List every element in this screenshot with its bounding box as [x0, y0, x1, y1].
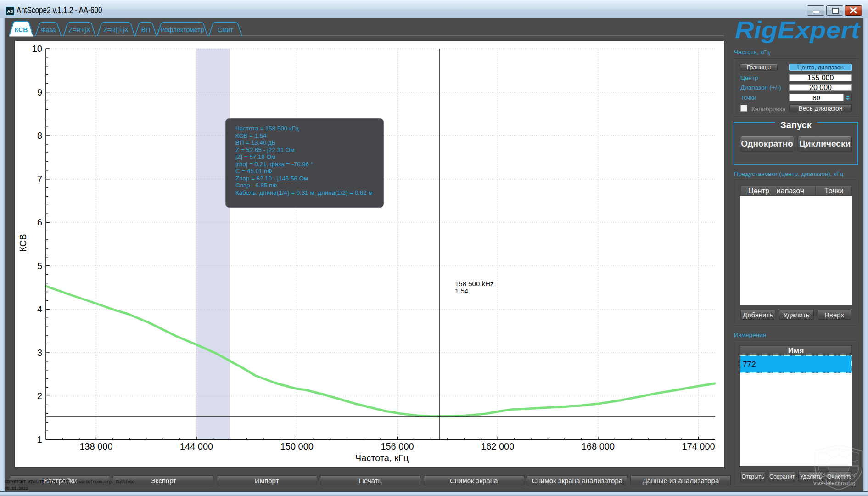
svg-text:144 000: 144 000	[180, 441, 213, 451]
svg-text:138 000: 138 000	[79, 441, 112, 451]
svg-text:1: 1	[37, 434, 42, 445]
svg-text:1.54: 1.54	[455, 287, 468, 295]
svg-text:7: 7	[37, 174, 42, 184]
svg-text:ВП: ВП	[141, 26, 150, 34]
svg-text:168 000: 168 000	[582, 441, 615, 451]
svg-text:Фаза: Фаза	[41, 26, 56, 34]
svg-text:8: 8	[37, 130, 42, 141]
svg-text:10: 10	[32, 44, 42, 54]
svg-text:6: 6	[37, 217, 42, 227]
svg-text:КСВ: КСВ	[18, 234, 28, 252]
svg-text:162 000: 162 000	[481, 441, 514, 451]
svg-text:9: 9	[37, 87, 42, 97]
svg-text:RigExpert: RigExpert	[735, 19, 861, 43]
svg-text:174 000: 174 000	[682, 441, 715, 451]
svg-text:Z=R||+jX: Z=R||+jX	[103, 26, 129, 34]
svg-text:КСВ: КСВ	[15, 26, 28, 34]
svg-text:2: 2	[37, 391, 42, 401]
svg-text:Частота, кГц: Частота, кГц	[355, 453, 409, 463]
svg-text:150 000: 150 000	[280, 441, 314, 451]
svg-text:Рефлектометр: Рефлектометр	[160, 26, 204, 34]
svg-text:4: 4	[37, 304, 42, 314]
svg-text:Z=R+jX: Z=R+jX	[68, 26, 90, 34]
svg-text:5: 5	[37, 261, 42, 271]
svg-text:158 500 kHz: 158 500 kHz	[455, 280, 493, 287]
svg-text:156 000: 156 000	[381, 441, 414, 451]
svg-text:Смит: Смит	[218, 26, 234, 34]
svg-text:3: 3	[37, 348, 42, 358]
